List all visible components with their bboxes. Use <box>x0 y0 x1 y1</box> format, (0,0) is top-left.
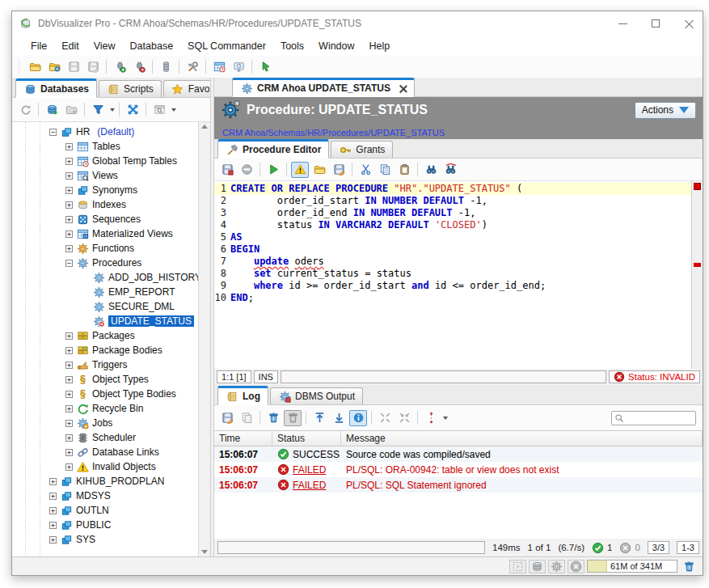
expand-toggle[interactable] <box>65 143 73 150</box>
filter-button[interactable] <box>89 102 107 118</box>
menu-database[interactable]: Database <box>123 38 181 54</box>
connect-button[interactable] <box>111 59 129 75</box>
menu-view[interactable]: View <box>87 38 123 54</box>
log-export-button[interactable] <box>218 410 236 426</box>
expand-toggle[interactable] <box>65 420 73 427</box>
tree-scrollbar[interactable] <box>198 122 210 556</box>
expand-toggle[interactable] <box>65 362 73 369</box>
add-connection-button[interactable] <box>43 102 61 118</box>
expand-all-button[interactable] <box>376 410 394 426</box>
sql-editor[interactable]: 1CREATE OR REPLACE PROCEDURE "HR"."UPDAT… <box>214 181 691 369</box>
expand-toggle[interactable] <box>65 405 73 412</box>
log-filter-input[interactable] <box>627 413 691 423</box>
minimize-button[interactable] <box>609 12 636 35</box>
menu-help[interactable]: Help <box>362 38 398 54</box>
tab-procedure-editor[interactable]: Procedure Editor <box>217 139 329 159</box>
tree-item-triggers[interactable]: Triggers <box>12 357 198 372</box>
insert-mode[interactable]: INS <box>254 370 278 383</box>
locate-object-button[interactable] <box>150 102 168 118</box>
compile-save-button[interactable] <box>218 162 236 178</box>
copy-button[interactable] <box>376 162 394 178</box>
column-time[interactable]: Time <box>214 431 272 446</box>
menu-edit[interactable]: Edit <box>54 38 87 54</box>
expand-toggle[interactable] <box>65 376 73 383</box>
tools-button[interactable] <box>184 59 201 75</box>
tree-item-sequences[interactable]: Sequences <box>12 212 198 226</box>
execute-button[interactable] <box>264 162 282 178</box>
locate-dropdown-icon[interactable] <box>171 108 176 112</box>
run-cursor-button[interactable] <box>256 59 274 75</box>
tree-item-outln[interactable]: OUTLN <box>12 503 198 518</box>
maximize-button[interactable] <box>642 12 669 35</box>
tree-item-secure-dml[interactable]: SECURE_DML <box>12 299 198 314</box>
tree-item-materialized-views[interactable]: Materialized Views <box>12 226 198 241</box>
monitor-button[interactable] <box>230 59 247 75</box>
export-button[interactable] <box>330 162 348 178</box>
collapse-all-button[interactable] <box>124 102 141 118</box>
expand-toggle[interactable] <box>65 332 73 340</box>
tree-item-tables[interactable]: Tables <box>12 139 198 154</box>
tab-dbms-output[interactable]: DBMS Output <box>270 387 363 404</box>
scroll-up-icon[interactable] <box>201 125 208 129</box>
tab-scripts[interactable]: Scripts <box>99 80 162 97</box>
database-column-button[interactable] <box>157 59 175 75</box>
load-from-file-button[interactable] <box>310 162 328 178</box>
log-row-1[interactable]: 15:06:07SUCCESSSource code was compiled/… <box>214 446 703 462</box>
selection-tool-button[interactable] <box>509 560 526 573</box>
tree-item-jobs[interactable]: Jobs <box>12 416 198 430</box>
expand-toggle[interactable] <box>65 231 73 238</box>
expand-toggle[interactable] <box>49 129 57 136</box>
tree-item-add-job-history[interactable]: ADD_JOB_HISTORY <box>12 270 198 285</box>
expand-toggle[interactable] <box>65 260 73 267</box>
filter-dropdown-icon[interactable] <box>110 108 115 112</box>
stop-button[interactable] <box>238 162 255 178</box>
open-file-button[interactable] <box>26 59 44 75</box>
tree-item-sys[interactable]: SYS <box>12 532 198 547</box>
column-message[interactable]: Message <box>341 431 703 446</box>
open-bookmark-button[interactable] <box>45 59 63 75</box>
tree-item-global-temp-tables[interactable]: Global Temp Tables <box>12 154 198 168</box>
database-object-tree[interactable]: HR(Default)TablesGlobal Temp TablesViews… <box>12 122 198 556</box>
add-folder-button[interactable] <box>62 102 80 118</box>
expand-toggle[interactable] <box>49 522 57 529</box>
find-replace-button[interactable] <box>441 162 459 178</box>
expand-toggle[interactable] <box>49 536 57 544</box>
abort-button[interactable] <box>568 560 585 573</box>
expand-toggle[interactable] <box>65 158 73 165</box>
column-status[interactable]: Status <box>272 431 341 446</box>
tree-item-emp-report[interactable]: EMP_REPORT <box>12 285 198 299</box>
tree-item-packages[interactable]: Packages <box>12 328 198 343</box>
find-button[interactable] <box>422 162 440 178</box>
tab-close-icon[interactable] <box>399 85 407 92</box>
scroll-to-bottom-button[interactable] <box>330 410 348 426</box>
tree-item-recycle-bin[interactable]: Recycle Bin <box>12 401 198 416</box>
save-button[interactable] <box>65 59 82 75</box>
expand-toggle[interactable] <box>65 463 73 471</box>
expand-toggle[interactable] <box>65 391 73 398</box>
tree-item-functions[interactable]: Functions <box>12 241 198 256</box>
save-as-button[interactable] <box>84 59 102 75</box>
expand-toggle[interactable] <box>65 216 73 223</box>
expand-toggle[interactable] <box>49 493 57 500</box>
expand-toggle[interactable] <box>65 245 73 252</box>
toolbar-grip[interactable] <box>18 60 22 74</box>
connections-button[interactable] <box>529 560 546 573</box>
expand-toggle[interactable] <box>65 201 73 209</box>
show-errors-toggle[interactable] <box>291 162 309 178</box>
log-copy-button[interactable] <box>238 410 255 426</box>
expand-toggle[interactable] <box>65 172 73 180</box>
tree-item-kihub-prodplan[interactable]: KIHUB_PRODPLAN <box>12 474 198 489</box>
tree-item-mdsys[interactable]: MDSYS <box>12 489 198 503</box>
log-table-header[interactable]: Time Status Message <box>214 431 703 446</box>
tab-grants[interactable]: Grants <box>331 141 393 158</box>
menu-sql-commander[interactable]: SQL Commander <box>180 38 273 54</box>
tree-item-update-status[interactable]: UPDATE_STATUS <box>12 314 198 328</box>
cut-button[interactable] <box>357 162 374 178</box>
expand-toggle[interactable] <box>65 434 73 442</box>
expand-toggle[interactable] <box>65 187 73 194</box>
scroll-to-top-button[interactable] <box>310 410 328 426</box>
log-row-2[interactable]: 15:06:07FAILEDPL/SQL: ORA-00942: table o… <box>214 462 703 477</box>
tree-item-object-type-bodies[interactable]: §Object Type Bodies <box>12 387 198 401</box>
tree-item-invalid-objects[interactable]: Invalid Objects <box>12 459 198 474</box>
log-row-3[interactable]: 15:06:07FAILEDPL/SQL: SQL Statement igno… <box>214 477 703 493</box>
